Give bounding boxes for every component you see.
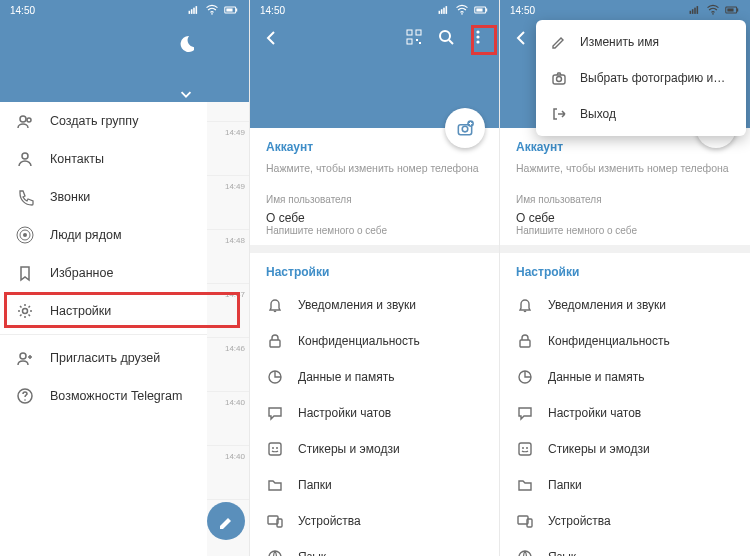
folder-icon xyxy=(516,476,534,494)
username-label[interactable]: Имя пользователя xyxy=(250,186,499,207)
about-hint: Напишите немного о себе xyxy=(516,225,637,236)
lock-icon xyxy=(266,332,284,350)
item-label: Конфиденциальность xyxy=(298,334,420,348)
account-expand-icon[interactable] xyxy=(178,86,194,102)
settings-item-privacy[interactable]: Конфиденциальность xyxy=(500,323,750,359)
drawer-label: Создать группу xyxy=(50,114,138,128)
drawer-label: Контакты xyxy=(50,152,104,166)
settings-item-stickers[interactable]: Стикеры и эмодзи xyxy=(250,431,499,467)
settings-item-language[interactable]: Язык xyxy=(500,539,750,556)
pie-icon xyxy=(266,368,284,386)
chat-icon xyxy=(516,404,534,422)
settings-item-folders[interactable]: Папки xyxy=(500,467,750,503)
back-button[interactable] xyxy=(262,28,280,46)
globe-icon xyxy=(516,548,534,556)
settings-item-devices[interactable]: Устройства xyxy=(500,503,750,539)
sticker-icon xyxy=(516,440,534,458)
status-icons xyxy=(187,3,239,17)
phone-hint[interactable]: Нажмите, чтобы изменить номер телефона xyxy=(500,162,750,186)
about-hint: Напишите немного о себе xyxy=(266,225,387,236)
settings-item-notifications[interactable]: Уведомления и звуки xyxy=(500,287,750,323)
settings-item-chat-settings[interactable]: Настройки чатов xyxy=(500,395,750,431)
group-icon xyxy=(16,112,34,130)
settings-item-language[interactable]: Язык xyxy=(250,539,499,556)
item-label: Данные и память xyxy=(298,370,394,384)
pie-icon xyxy=(516,368,534,386)
item-label: Устройства xyxy=(298,514,361,528)
settings-header-text: Настройки xyxy=(250,253,499,287)
menu-label: Выбрать фотографию или в... xyxy=(580,71,732,85)
more-button[interactable] xyxy=(469,28,487,46)
night-mode-icon[interactable] xyxy=(176,34,194,52)
item-label: Папки xyxy=(548,478,582,492)
sticker-icon xyxy=(266,440,284,458)
menu-logout[interactable]: Выход xyxy=(536,96,746,132)
item-label: Язык xyxy=(298,550,326,556)
settings-panel-with-menu: 14:50 14:50 Изменить имя Выбрать фотогра… xyxy=(500,0,750,556)
item-label: Данные и память xyxy=(548,370,644,384)
settings-header-text: Настройки xyxy=(500,253,750,287)
status-time: 14:50 xyxy=(260,5,285,16)
camera-icon xyxy=(550,69,568,87)
add-friend-icon xyxy=(16,349,34,367)
menu-choose-photo[interactable]: Выбрать фотографию или в... xyxy=(536,60,746,96)
bell-icon xyxy=(516,296,534,314)
gear-icon xyxy=(16,302,34,320)
item-label: Папки xyxy=(298,478,332,492)
folder-icon xyxy=(266,476,284,494)
drawer-header: 14:50 xyxy=(0,0,249,102)
drawer-label: Возможности Telegram xyxy=(50,389,182,403)
back-button[interactable] xyxy=(512,28,530,46)
bookmark-icon xyxy=(16,264,34,282)
menu-edit-name[interactable]: Изменить имя xyxy=(536,24,746,60)
settings-body: Аккаунт Нажмите, чтобы изменить номер те… xyxy=(250,128,499,556)
user-icon xyxy=(16,150,34,168)
status-time: 14:50 xyxy=(10,5,35,16)
status-icons xyxy=(688,3,740,17)
item-label: Конфиденциальность xyxy=(548,334,670,348)
item-label: Настройки чатов xyxy=(298,406,391,420)
drawer-label: Звонки xyxy=(50,190,90,204)
phone-icon xyxy=(16,188,34,206)
item-label: Язык xyxy=(548,550,576,556)
item-label: Настройки чатов xyxy=(548,406,641,420)
about-label: О себе xyxy=(516,211,637,225)
settings-item-notifications[interactable]: Уведомления и звуки xyxy=(250,287,499,323)
about-row[interactable]: О себеНапишите немного о себе xyxy=(500,207,750,245)
bell-icon xyxy=(266,296,284,314)
drawer-panel: 14:5014:4914:4914:48 14:4714:4614:4014:4… xyxy=(0,0,250,556)
devices-icon xyxy=(516,512,534,530)
help-icon xyxy=(16,387,34,405)
item-label: Стикеры и эмодзи xyxy=(548,442,650,456)
set-photo-fab[interactable] xyxy=(445,108,485,148)
status-icons xyxy=(437,3,489,17)
username-label[interactable]: Имя пользователя xyxy=(500,186,750,207)
settings-item-devices[interactable]: Устройства xyxy=(250,503,499,539)
logout-icon xyxy=(550,105,568,123)
settings-body: Аккаунт Нажмите, чтобы изменить номер те… xyxy=(500,128,750,556)
globe-icon xyxy=(266,548,284,556)
settings-item-data[interactable]: Данные и память xyxy=(250,359,499,395)
drawer-label: Люди рядом xyxy=(50,228,121,242)
menu-label: Изменить имя xyxy=(580,35,659,49)
phone-hint[interactable]: Нажмите, чтобы изменить номер телефона xyxy=(250,162,499,186)
chat-icon xyxy=(266,404,284,422)
overflow-menu: Изменить имя Выбрать фотографию или в...… xyxy=(536,20,746,136)
settings-item-folders[interactable]: Папки xyxy=(250,467,499,503)
settings-item-privacy[interactable]: Конфиденциальность xyxy=(250,323,499,359)
search-button[interactable] xyxy=(437,28,455,46)
item-label: Стикеры и эмодзи xyxy=(298,442,400,456)
item-label: Уведомления и звуки xyxy=(548,298,666,312)
about-label: О себе xyxy=(266,211,387,225)
settings-item-stickers[interactable]: Стикеры и эмодзи xyxy=(500,431,750,467)
settings-item-data[interactable]: Данные и память xyxy=(500,359,750,395)
qr-button[interactable] xyxy=(405,28,423,46)
drawer-label: Пригласить друзей xyxy=(50,351,160,365)
about-row[interactable]: О себеНапишите немного о себе xyxy=(250,207,499,245)
compose-fab[interactable] xyxy=(207,502,245,540)
settings-panel: 14:50 Аккаунт Нажмите, чтобы изменить но… xyxy=(250,0,500,556)
item-label: Устройства xyxy=(548,514,611,528)
devices-icon xyxy=(266,512,284,530)
settings-item-chat-settings[interactable]: Настройки чатов xyxy=(250,395,499,431)
nearby-icon xyxy=(16,226,34,244)
